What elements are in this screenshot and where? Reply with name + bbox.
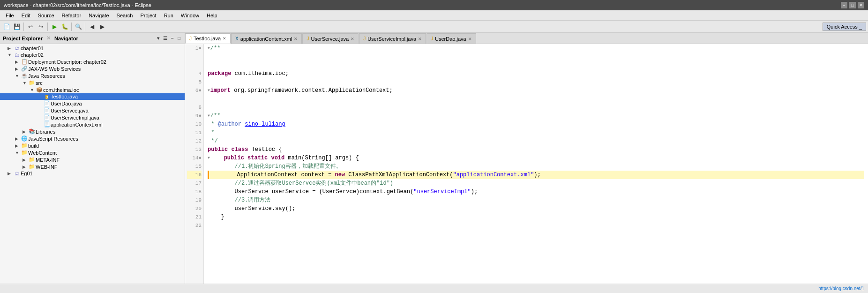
minimize-button[interactable]: −: [841, 2, 847, 8]
tree-item-chapter02[interactable]: ▼ 🗂 chapter02: [0, 52, 185, 58]
line-num-10: 10: [187, 120, 202, 128]
minimize-view-button[interactable]: −: [170, 35, 175, 41]
menu-edit[interactable]: Edit: [18, 12, 34, 19]
xml-icon-appctx: 📃: [43, 121, 51, 128]
label-userservce: UserServce.java: [51, 108, 185, 113]
tab-testioc[interactable]: J TestIoc.java ✕: [185, 33, 231, 44]
arrow-libraries: ▶: [22, 129, 28, 134]
window-controls: − □ ✕: [841, 2, 864, 8]
menu-navigate[interactable]: Navigate: [85, 12, 112, 19]
save-button[interactable]: 💾: [12, 22, 22, 31]
maximize-view-button[interactable]: □: [176, 35, 182, 41]
arrow-deployment: ▶: [15, 60, 21, 64]
fold-9[interactable]: ▼: [208, 112, 210, 120]
new-button[interactable]: 📄: [2, 22, 11, 31]
menu-button[interactable]: ☰: [162, 35, 169, 41]
fold-1[interactable]: ▼: [208, 44, 210, 53]
back-button[interactable]: ◀: [87, 22, 97, 31]
tab-icon-userdao: J: [431, 36, 433, 41]
tree-item-javaresources[interactable]: ▼ ☕ Java Resources: [0, 72, 185, 79]
menu-file[interactable]: File: [2, 12, 18, 19]
fold-14[interactable]: ▼: [208, 154, 210, 162]
code-line-2: [208, 53, 864, 61]
tree-item-userdao[interactable]: 📄 UserDao.java: [0, 100, 185, 107]
tree-item-build[interactable]: ▶ 📁 build: [0, 142, 185, 149]
tab-close-userservce[interactable]: ✕: [351, 37, 354, 41]
fold-6[interactable]: ▼: [208, 86, 210, 95]
tree-item-testioc[interactable]: J TestIoc.java: [0, 93, 185, 100]
search-button[interactable]: 🔍: [74, 22, 83, 31]
menu-project[interactable]: Project: [136, 12, 160, 19]
tree-item-libraries[interactable]: ▶ 📚 Libraries: [0, 128, 185, 135]
toolbar-separator-1: [23, 23, 24, 31]
tab-userdao[interactable]: J UserDao.java ✕: [427, 33, 476, 44]
arrow-build: ▶: [15, 143, 21, 148]
tree-item-jaxws[interactable]: ▶ 🔗 JAX-WS Web Services: [0, 65, 185, 72]
line-num-14: 14●: [187, 154, 202, 162]
code-line-15: //1.初始化Spring容器，加载配置文件。: [208, 162, 864, 171]
tree-item-package[interactable]: ▼ 📦 com.itheima.ioc: [0, 86, 185, 93]
menu-window[interactable]: Window: [177, 12, 203, 19]
tab-userserviceimpl[interactable]: J UserServiceImpl.java ✕: [359, 33, 426, 44]
line-num-16: 16: [187, 171, 202, 179]
editor-area: J TestIoc.java ✕ X applicationContext.xm…: [185, 33, 868, 284]
collapse-button[interactable]: ▾: [156, 35, 161, 41]
tab-close-testioc[interactable]: ✕: [223, 36, 226, 41]
sidebar-header: Project Explorer ✕ Navigator ▾ ☰ − □: [0, 33, 185, 44]
arrow-jaxws: ▶: [15, 67, 21, 71]
menu-refactor[interactable]: Refactor: [58, 12, 85, 19]
jsresources-icon: 🌐: [21, 135, 28, 142]
tab-appctx[interactable]: X applicationContext.xml ✕: [231, 33, 302, 44]
line-num-22: 22: [187, 221, 202, 230]
line-num-15: 15: [187, 162, 202, 171]
arrow-webcontent: ▼: [15, 150, 21, 155]
tab-close-userdao[interactable]: ✕: [468, 37, 472, 41]
menu-search[interactable]: Search: [113, 12, 137, 19]
tab-userservce[interactable]: J UserServce.java ✕: [302, 33, 359, 44]
line-num-18: 18: [187, 188, 202, 196]
editor-tabs: J TestIoc.java ✕ X applicationContext.xm…: [185, 33, 868, 44]
tab-close-userserviceimpl[interactable]: ✕: [418, 37, 422, 41]
menu-source[interactable]: Source: [34, 12, 58, 19]
arrow-jsresources: ▶: [15, 136, 21, 141]
tree-item-eg01[interactable]: ▶ 🗂 Eg01: [0, 170, 185, 177]
tree-item-metainf[interactable]: ▶ 📁 META-INF: [0, 156, 185, 163]
tree-item-src[interactable]: ▼ 📁 src: [0, 79, 185, 86]
maximize-button[interactable]: □: [849, 2, 856, 8]
close-button[interactable]: ✕: [858, 2, 864, 8]
tree-item-userserviceimpl[interactable]: 📄 UserServiceImpl.java: [0, 114, 185, 121]
run-button[interactable]: ▶: [50, 22, 59, 31]
code-line-10: * @author sino-luliang: [208, 120, 864, 128]
undo-button[interactable]: ↩: [26, 22, 35, 31]
tree-item-appctx[interactable]: 📃 applicationContext.xml: [0, 121, 185, 128]
tree-item-chapter01[interactable]: ▶ 🗂 chapter01: [0, 45, 185, 52]
line-num-19: 19: [187, 196, 202, 204]
redo-button[interactable]: ↪: [36, 22, 45, 31]
label-src: src: [36, 80, 185, 86]
tab-close-appctx[interactable]: ✕: [294, 37, 298, 41]
tab-icon-userservce: J: [307, 36, 309, 41]
code-line-20: userService.say();: [208, 204, 864, 213]
tree-item-deployment[interactable]: ▶ 📋 Deployment Descriptor: chapter02: [0, 58, 185, 65]
debug-button[interactable]: 🐛: [60, 22, 69, 31]
menu-help[interactable]: Help: [203, 12, 221, 19]
tree-item-webinf[interactable]: ▶ 📁 WEB-INF: [0, 163, 185, 170]
quick-access-button[interactable]: Quick Access _: [823, 23, 866, 31]
code-line-16: ApplicationContext context = new ClassPa…: [208, 171, 864, 179]
code-content[interactable]: ▼/** package com.itheima.ioc; ▼import or…: [204, 44, 868, 284]
code-line-14: ▼ public static void main(String[] args)…: [208, 154, 864, 162]
menu-run[interactable]: Run: [160, 12, 177, 19]
forward-button[interactable]: ▶: [97, 22, 107, 31]
line-num-21: 21: [187, 213, 202, 221]
line-num-4: 4: [187, 69, 202, 78]
label-webinf: WEB-INF: [36, 164, 185, 170]
tree-item-userservce[interactable]: 📄 UserServce.java: [0, 107, 185, 114]
tree-item-jsresources[interactable]: ▶ 🌐 JavaScript Resources: [0, 135, 185, 142]
menu-bar: File Edit Source Refactor Navigate Searc…: [0, 10, 868, 21]
code-editor: 1● 4 5 6● 8 9● 10 11 12 13 14● 15 16 17 …: [185, 44, 868, 284]
java-icon-userserviceimpl: 📄: [43, 114, 51, 120]
libraries-icon: 📚: [28, 128, 36, 135]
tree-item-webcontent[interactable]: ▼ 📁 WebContent: [0, 149, 185, 156]
toolbar-separator-4: [85, 23, 85, 31]
line-num-11: 11: [187, 128, 202, 137]
